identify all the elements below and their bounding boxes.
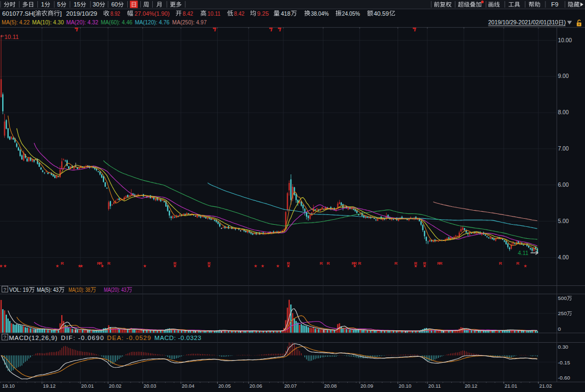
svg-text:9.25: 9.25	[257, 10, 269, 17]
svg-text:8.42: 8.42	[234, 10, 244, 17]
svg-text:601077.SH[: 601077.SH[	[2, 10, 36, 17]
svg-text:20.10: 20.10	[399, 383, 412, 389]
svg-text:R: R	[320, 261, 323, 266]
svg-text:DIF: -0.0690: DIF: -0.0690	[61, 335, 104, 341]
svg-text:21.01: 21.01	[505, 383, 517, 389]
svg-text:19.12: 19.12	[43, 383, 55, 389]
svg-text:6.00: 6.00	[558, 182, 569, 188]
svg-text:24.05%: 24.05%	[342, 10, 360, 17]
svg-text:418: 418	[281, 10, 291, 17]
svg-text:2019/10/29: 2019/10/29	[66, 10, 98, 17]
svg-text:40.59: 40.59	[374, 10, 389, 17]
svg-text:R: R	[394, 261, 398, 266]
svg-text:7.00: 7.00	[558, 146, 569, 152]
svg-text:8.92: 8.92	[110, 10, 120, 17]
svg-text:1: 1	[74, 1, 77, 8]
svg-text:R: R	[423, 261, 426, 266]
svg-text:MA(5): 4.22: MA(5): 4.22	[2, 19, 30, 25]
svg-text:R: R	[516, 261, 519, 266]
svg-text:MA(120): 4.76: MA(120): 4.76	[135, 19, 170, 25]
svg-text:2019/10/29-2021/02/01(310: 2019/10/29-2021/02/01(310	[488, 19, 558, 25]
svg-text:10.11: 10.11	[207, 10, 220, 17]
svg-text:R: R	[327, 261, 330, 266]
svg-text:3: 3	[93, 1, 96, 8]
svg-text:20.05: 20.05	[218, 383, 231, 389]
svg-text:MACD: -0.0323: MACD: -0.0323	[154, 335, 202, 341]
svg-text:R: R	[354, 261, 357, 266]
svg-text:R: R	[287, 261, 290, 266]
svg-text:4.00: 4.00	[558, 254, 569, 260]
svg-text:F9: F9	[551, 1, 558, 8]
svg-text:]: ]	[60, 10, 62, 17]
svg-text:20.12: 20.12	[465, 383, 477, 389]
svg-text:5: 5	[77, 1, 80, 8]
svg-text:0: 0	[96, 1, 99, 8]
svg-text:R: R	[173, 261, 177, 266]
svg-text:8.42: 8.42	[183, 10, 193, 17]
svg-text:20.04: 20.04	[182, 383, 195, 389]
svg-text:1: 1	[41, 1, 44, 8]
svg-text:MA(20): 4.32: MA(20): 4.32	[66, 19, 98, 25]
svg-text:R: R	[99, 261, 102, 266]
svg-text:4.11: 4.11	[518, 250, 529, 256]
svg-text:20.08: 20.08	[324, 383, 337, 389]
svg-text:MA(60): 4.46: MA(60): 4.46	[101, 19, 133, 25]
svg-text:R: R	[107, 261, 110, 266]
svg-text:R: R	[499, 261, 502, 266]
svg-text:10.00: 10.00	[558, 37, 572, 43]
svg-text:MA(10): 38: MA(10): 38	[68, 286, 90, 293]
svg-text:20.07: 20.07	[284, 383, 297, 389]
svg-text:27.04%(1.90): 27.04%(1.90)	[134, 10, 170, 17]
svg-text:?: ?	[3, 334, 6, 340]
svg-text:R: R	[414, 261, 418, 266]
svg-text:20.01: 20.01	[81, 383, 94, 389]
svg-text:20.06: 20.06	[250, 383, 263, 389]
svg-text:R: R	[439, 261, 443, 266]
svg-text:38.04%: 38.04%	[311, 10, 329, 17]
svg-text:9.00: 9.00	[558, 73, 569, 79]
svg-text:MACD(12,26,9): MACD(12,26,9)	[9, 335, 57, 341]
svg-text:MA(10): 4.30: MA(10): 4.30	[32, 19, 64, 25]
svg-text:500: 500	[558, 295, 567, 301]
svg-text:?: ?	[3, 286, 6, 292]
svg-text:0.30: 0.30	[558, 344, 569, 350]
svg-text:-0.15: -0.15	[558, 360, 570, 365]
svg-text:20.09: 20.09	[361, 383, 373, 389]
svg-text:MA(20): 43: MA(20): 43	[104, 286, 127, 293]
svg-text:8.00: 8.00	[558, 109, 569, 115]
svg-text:R: R	[61, 261, 64, 266]
svg-text:): )	[564, 19, 566, 25]
svg-text:10.11: 10.11	[4, 34, 19, 40]
svg-text:21.02: 21.02	[540, 383, 552, 389]
svg-text:5.00: 5.00	[558, 218, 569, 224]
svg-text:20.03: 20.03	[144, 383, 157, 389]
svg-text:20.02: 20.02	[109, 383, 121, 389]
svg-text:0: 0	[115, 1, 118, 8]
svg-text:19.10: 19.10	[2, 383, 15, 389]
svg-text:5: 5	[57, 1, 61, 8]
svg-text:-0.60: -0.60	[558, 375, 570, 381]
svg-text:MA(5): 43: MA(5): 43	[37, 286, 58, 293]
svg-text:20.11: 20.11	[428, 383, 441, 389]
svg-text:R: R	[358, 261, 361, 266]
svg-text:MA(250): 4.97: MA(250): 4.97	[172, 19, 207, 25]
svg-text:R: R	[207, 261, 211, 266]
svg-text:VOL: 19: VOL: 19	[9, 286, 29, 293]
svg-text:DEA: -0.0529: DEA: -0.0529	[107, 335, 151, 341]
svg-text:250: 250	[558, 310, 567, 316]
svg-text:0: 0	[558, 326, 561, 332]
